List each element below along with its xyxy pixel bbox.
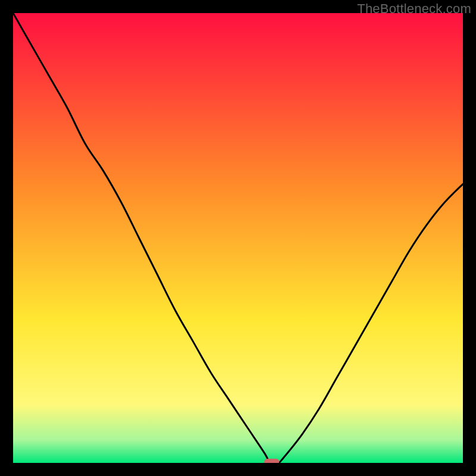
chart-frame: TheBottleneck.com bbox=[0, 0, 476, 476]
optimum-marker bbox=[265, 459, 279, 463]
gradient-background bbox=[13, 13, 463, 463]
chart-svg bbox=[13, 13, 463, 463]
watermark-text: TheBottleneck.com bbox=[357, 1, 471, 17]
plot-area bbox=[13, 13, 463, 463]
